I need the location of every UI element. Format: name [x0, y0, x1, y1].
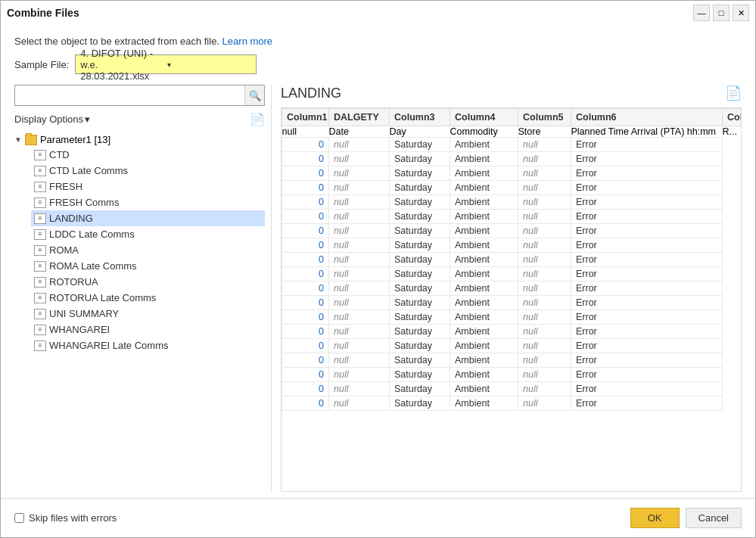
tree-container: ▼ Parameter1 [13] CTDCTD Late CommsFRESH… [14, 132, 265, 492]
table-cell-6: Error [571, 339, 723, 353]
content-area: Select the object to be extracted from e… [1, 25, 755, 492]
table-cell-6: Error [571, 267, 723, 281]
table-cell-2: null [329, 339, 390, 353]
search-input[interactable] [15, 89, 244, 103]
tree-item-landing[interactable]: LANDING [31, 210, 265, 226]
table-row: 0nullSaturdayAmbientnullError [282, 281, 742, 296]
table-cell-1: 0 [282, 325, 329, 339]
dtype-1: null [282, 126, 329, 138]
table-cell-6: Error [571, 253, 723, 267]
table-cell-6: Error [571, 382, 723, 397]
tree-item-whangarei[interactable]: WHANGAREI [31, 322, 265, 337]
ok-button[interactable]: OK [630, 508, 680, 528]
table-cell-2: null [329, 310, 390, 325]
tree-item-uni-summary[interactable]: UNI SUMMARY [31, 306, 265, 322]
sample-file-dropdown[interactable]: 4. DIFOT (UNI) - w.e. 28.03.2021.xlsx ▾ [75, 54, 257, 74]
table-cell-5: null [518, 382, 571, 397]
table-row: 0nullSaturdayAmbientnullError [282, 382, 742, 397]
table-cell-3: Saturday [390, 138, 450, 152]
table-cell-4: Ambient [450, 368, 518, 382]
table-cell-1: 0 [282, 281, 329, 296]
title-bar: Combine Files — □ ✕ [1, 1, 755, 25]
table-cell-3: Saturday [390, 382, 450, 397]
table-scroll-area[interactable]: Column1 DALGETY Column3 Column4 Column5 … [282, 108, 741, 491]
table-cell-4: Ambient [450, 195, 518, 210]
table-cell-4: Ambient [450, 166, 518, 181]
display-options-button[interactable]: Display Options ▾ [14, 114, 90, 125]
table-cell-1: 0 [282, 138, 329, 152]
new-query-icon[interactable]: 📄 [250, 112, 265, 126]
table-cell-6: Error [571, 238, 723, 253]
table-cell-6: Error [571, 224, 723, 238]
table-cell-1: 0 [282, 296, 329, 310]
table-row: 0nullSaturdayAmbientnullError [282, 368, 742, 382]
sample-file-row: Sample File: 4. DIFOT (UNI) - w.e. 28.03… [14, 54, 742, 74]
skip-files-checkbox[interactable] [14, 513, 24, 523]
table-cell-1: 0 [282, 382, 329, 397]
table-cell-5: null [518, 138, 571, 152]
tree-item-lddc-late-comms[interactable]: LDDC Late Comms [31, 226, 265, 242]
tree-root-label: Parameter1 [13] [40, 134, 110, 145]
table-cell-6: Error [571, 195, 723, 210]
tree-item-fresh-comms[interactable]: FRESH Comms [31, 194, 265, 210]
tree-item-whangarei-late-comms[interactable]: WHANGAREI Late Comms [31, 337, 265, 353]
skip-files-label: Skip files with errors [29, 512, 117, 524]
learn-more-link[interactable]: Learn more [222, 36, 272, 47]
table-row: 0nullSaturdayAmbientnullError [282, 181, 742, 195]
folder-icon [25, 135, 37, 145]
table-cell-1: 0 [282, 181, 329, 195]
table-cell-4: Ambient [450, 353, 518, 368]
document-icon[interactable]: 📄 [725, 85, 742, 101]
tree-item-rotorua-late-comms[interactable]: ROTORUA Late Comms [31, 290, 265, 306]
search-row: 🔍 [14, 85, 265, 106]
table-cell-3: Saturday [390, 238, 450, 253]
tree-item-fresh[interactable]: FRESH [31, 179, 265, 194]
tree-item-label: FRESH [49, 181, 82, 192]
table-cell-1: 0 [282, 253, 329, 267]
landing-title: LANDING [281, 86, 341, 101]
table-cell-2: null [329, 181, 390, 195]
minimize-button[interactable]: — [693, 5, 710, 21]
table-cell-5: null [518, 166, 571, 181]
table-cell-1: 0 [282, 238, 329, 253]
maximize-button[interactable]: □ [713, 5, 730, 21]
table-cell-1: 0 [282, 353, 329, 368]
table-cell-6: Error [571, 368, 723, 382]
tree-root-item[interactable]: ▼ Parameter1 [13] [14, 132, 265, 147]
table-cell-1: 0 [282, 166, 329, 181]
search-button[interactable]: 🔍 [244, 86, 264, 105]
table-cell-5: null [518, 296, 571, 310]
tree-item-ctd-late-comms[interactable]: CTD Late Comms [31, 163, 265, 179]
col-header-2: DALGETY [329, 109, 390, 126]
table-cell-2: null [329, 296, 390, 310]
data-type-row: null Date Day Commodity Store Planned Ti… [282, 126, 742, 138]
tree-item-roma[interactable]: ROMA [31, 242, 265, 258]
sample-file-label: Sample File: [14, 59, 69, 70]
table-cell-3: Saturday [390, 152, 450, 166]
col-header-6: Column6 [571, 109, 723, 126]
table-row: 0nullSaturdayAmbientnullError [282, 253, 742, 267]
close-button[interactable]: ✕ [733, 5, 749, 21]
table-row: 0nullSaturdayAmbientnullError [282, 224, 742, 238]
sheet-icon [34, 341, 46, 351]
tree-item-ctd[interactable]: CTD [31, 147, 265, 163]
table-cell-5: null [518, 353, 571, 368]
cancel-button[interactable]: Cancel [686, 508, 742, 528]
table-cell-2: null [329, 267, 390, 281]
table-cell-4: Ambient [450, 310, 518, 325]
table-cell-3: Saturday [390, 210, 450, 224]
table-row: 0nullSaturdayAmbientnullError [282, 138, 742, 152]
table-cell-2: null [329, 238, 390, 253]
tree-item-label: CTD Late Comms [49, 165, 128, 176]
subtitle-text: Select the object to be extracted from e… [14, 36, 219, 47]
table-row: 0nullSaturdayAmbientnullError [282, 310, 742, 325]
table-cell-4: Ambient [450, 253, 518, 267]
sheet-icon [34, 293, 46, 303]
footer: Skip files with errors OK Cancel [1, 498, 755, 537]
table-row: 0nullSaturdayAmbientnullError [282, 339, 742, 353]
table-cell-6: Error [571, 152, 723, 166]
tree-item-roma-late-comms[interactable]: ROMA Late Comms [31, 258, 265, 274]
table-row: 0nullSaturdayAmbientnullError [282, 325, 742, 339]
tree-item-rotorua[interactable]: ROTORUA [31, 274, 265, 290]
column-header-row: Column1 DALGETY Column3 Column4 Column5 … [282, 109, 742, 126]
